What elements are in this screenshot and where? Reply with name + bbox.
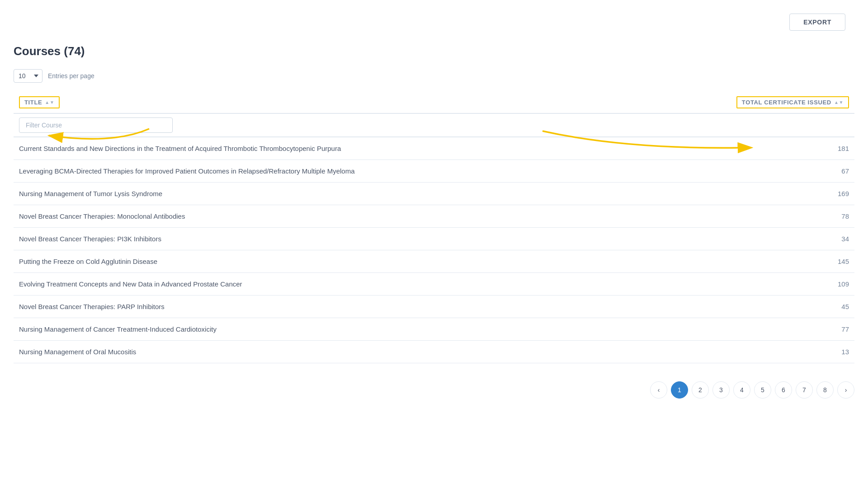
title-header-label: TITLE (24, 99, 42, 106)
table-row[interactable]: Nursing Management of Tumor Lysis Syndro… (14, 183, 854, 205)
cert-count-cell: 169 (728, 183, 854, 205)
page-title: Courses (74) (14, 44, 854, 58)
course-title-cell: Current Standards and New Directions in … (14, 137, 728, 160)
pagination-page-7[interactable]: 7 (796, 381, 813, 399)
table-header-row: TITLE ▲▼ TOTAL CERTIFICATE ISSUED ▲▼ (14, 92, 854, 113)
table-row[interactable]: Nursing Management of Oral Mucositis13 (14, 341, 854, 363)
cert-count-cell: 34 (728, 228, 854, 250)
cert-count-cell: 181 (728, 137, 854, 160)
cert-count-cell: 145 (728, 250, 854, 273)
filter-course-input[interactable] (19, 117, 173, 133)
table-row[interactable]: Putting the Freeze on Cold Agglutinin Di… (14, 250, 854, 273)
cert-header-label: TOTAL CERTIFICATE ISSUED (742, 99, 831, 106)
pagination-page-4[interactable]: 4 (733, 381, 750, 399)
col-cert-header[interactable]: TOTAL CERTIFICATE ISSUED ▲▼ (728, 92, 854, 113)
pagination-page-8[interactable]: 8 (816, 381, 834, 399)
course-title-cell: Leveraging BCMA-Directed Therapies for I… (14, 160, 728, 183)
cert-count-cell: 67 (728, 160, 854, 183)
courses-table: TITLE ▲▼ TOTAL CERTIFICATE ISSUED ▲▼ (14, 92, 854, 363)
entries-row: 10 25 50 100 Entries per page (14, 69, 854, 83)
table-row[interactable]: Leveraging BCMA-Directed Therapies for I… (14, 160, 854, 183)
cert-sort-icon: ▲▼ (834, 100, 844, 105)
pagination-next[interactable]: › (837, 381, 854, 399)
table-row[interactable]: Novel Breast Cancer Therapies: PARP Inhi… (14, 296, 854, 318)
course-title-cell: Nursing Management of Tumor Lysis Syndro… (14, 183, 728, 205)
cert-count-cell: 78 (728, 205, 854, 228)
table-row[interactable]: Current Standards and New Directions in … (14, 137, 854, 160)
pagination-page-5[interactable]: 5 (754, 381, 771, 399)
cert-count-cell: 45 (728, 296, 854, 318)
pagination-page-6[interactable]: 6 (775, 381, 792, 399)
cert-count-cell: 13 (728, 341, 854, 363)
entries-label: Entries per page (48, 72, 94, 80)
export-button[interactable]: EXPORT (789, 14, 845, 31)
course-title-cell: Novel Breast Cancer Therapies: PI3K Inhi… (14, 228, 728, 250)
title-sort-icon: ▲▼ (45, 100, 54, 105)
course-title-cell: Evolving Treatment Concepts and New Data… (14, 273, 728, 296)
course-title-cell: Nursing Management of Oral Mucositis (14, 341, 728, 363)
filter-row (14, 113, 854, 137)
table-row[interactable]: Nursing Management of Cancer Treatment-I… (14, 318, 854, 341)
course-title-cell: Nursing Management of Cancer Treatment-I… (14, 318, 728, 341)
pagination-page-1[interactable]: 1 (671, 381, 688, 399)
pagination-page-3[interactable]: 3 (712, 381, 730, 399)
col-title-header[interactable]: TITLE ▲▼ (14, 92, 728, 113)
entries-per-page-select[interactable]: 10 25 50 100 (14, 69, 42, 83)
pagination-prev[interactable]: ‹ (650, 381, 667, 399)
table-row[interactable]: Novel Breast Cancer Therapies: Monoclona… (14, 205, 854, 228)
cert-count-cell: 109 (728, 273, 854, 296)
course-title-cell: Putting the Freeze on Cold Agglutinin Di… (14, 250, 728, 273)
course-title-cell: Novel Breast Cancer Therapies: PARP Inhi… (14, 296, 728, 318)
cert-count-cell: 77 (728, 318, 854, 341)
course-title-cell: Novel Breast Cancer Therapies: Monoclona… (14, 205, 728, 228)
table-row[interactable]: Novel Breast Cancer Therapies: PI3K Inhi… (14, 228, 854, 250)
table-row[interactable]: Evolving Treatment Concepts and New Data… (14, 273, 854, 296)
pagination-page-2[interactable]: 2 (692, 381, 709, 399)
pagination: ‹ 1 2 3 4 5 6 7 8 › (14, 381, 854, 417)
